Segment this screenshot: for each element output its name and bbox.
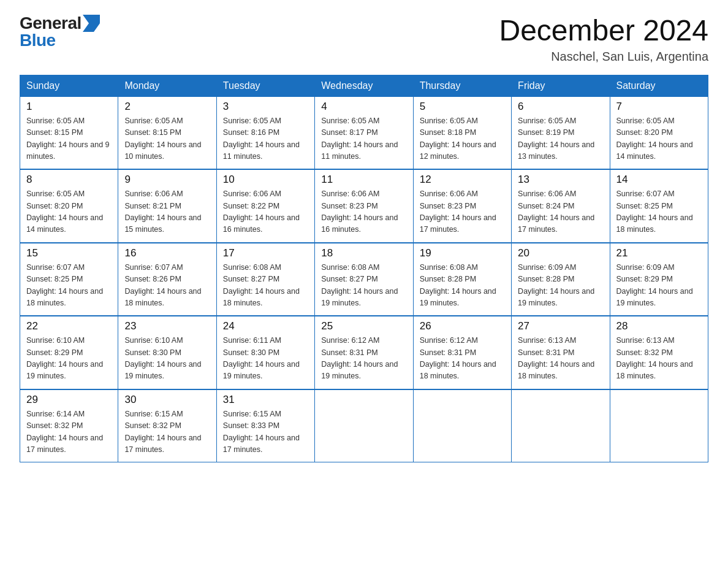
calendar-body: 1 Sunrise: 6:05 AM Sunset: 8:15 PM Dayli… [20,96,708,462]
day-info: Sunrise: 6:05 AM Sunset: 8:20 PM Dayligh… [26,188,112,236]
day-info: Sunrise: 6:12 AM Sunset: 8:31 PM Dayligh… [321,335,406,383]
day-number: 29 [26,394,112,406]
day-number: 25 [321,320,406,332]
day-info: Sunrise: 6:10 AM Sunset: 8:30 PM Dayligh… [124,335,210,383]
calendar-cell: 3 Sunrise: 6:05 AM Sunset: 8:16 PM Dayli… [216,96,314,169]
day-number: 4 [321,101,406,113]
day-info: Sunrise: 6:14 AM Sunset: 8:32 PM Dayligh… [26,408,112,456]
day-number: 14 [616,174,702,186]
day-number: 20 [518,247,603,259]
day-info: Sunrise: 6:05 AM Sunset: 8:15 PM Dayligh… [124,115,210,163]
day-number: 7 [616,101,702,113]
day-info: Sunrise: 6:11 AM Sunset: 8:30 PM Dayligh… [223,335,308,383]
day-number: 2 [124,101,210,113]
calendar-cell: 19 Sunrise: 6:08 AM Sunset: 8:28 PM Dayl… [413,243,511,316]
calendar-cell: 28 Sunrise: 6:13 AM Sunset: 8:32 PM Dayl… [610,316,708,389]
day-info: Sunrise: 6:05 AM Sunset: 8:19 PM Dayligh… [518,115,603,163]
day-info: Sunrise: 6:05 AM Sunset: 8:18 PM Dayligh… [420,115,505,163]
day-info: Sunrise: 6:09 AM Sunset: 8:28 PM Dayligh… [518,262,603,310]
weekday-header-monday: Monday [118,75,216,96]
day-info: Sunrise: 6:05 AM Sunset: 8:20 PM Dayligh… [616,115,702,163]
day-info: Sunrise: 6:07 AM Sunset: 8:25 PM Dayligh… [26,262,112,310]
day-info: Sunrise: 6:06 AM Sunset: 8:24 PM Dayligh… [518,188,603,236]
title-block: December 2024 Naschel, San Luis, Argenti… [499,15,708,64]
calendar-cell: 27 Sunrise: 6:13 AM Sunset: 8:31 PM Dayl… [512,316,610,389]
day-info: Sunrise: 6:07 AM Sunset: 8:26 PM Dayligh… [124,262,210,310]
day-number: 15 [26,247,112,259]
day-info: Sunrise: 6:08 AM Sunset: 8:28 PM Dayligh… [420,262,505,310]
day-info: Sunrise: 6:08 AM Sunset: 8:27 PM Dayligh… [321,262,406,310]
day-number: 24 [223,320,308,332]
day-number: 26 [420,320,505,332]
calendar-cell: 5 Sunrise: 6:05 AM Sunset: 8:18 PM Dayli… [413,96,511,169]
calendar-subtitle: Naschel, San Luis, Argentina [499,50,708,64]
calendar-cell: 14 Sunrise: 6:07 AM Sunset: 8:25 PM Dayl… [610,169,708,243]
calendar-cell: 12 Sunrise: 6:06 AM Sunset: 8:23 PM Dayl… [413,169,511,243]
calendar-cell: 31 Sunrise: 6:15 AM Sunset: 8:33 PM Dayl… [216,389,314,462]
day-number: 8 [26,174,112,186]
calendar-table: SundayMondayTuesdayWednesdayThursdayFrid… [20,75,708,463]
calendar-cell: 21 Sunrise: 6:09 AM Sunset: 8:29 PM Dayl… [610,243,708,316]
day-number: 13 [518,174,603,186]
day-info: Sunrise: 6:05 AM Sunset: 8:15 PM Dayligh… [26,115,112,163]
weekday-header-tuesday: Tuesday [216,75,314,96]
day-info: Sunrise: 6:09 AM Sunset: 8:29 PM Dayligh… [616,262,702,310]
calendar-cell: 18 Sunrise: 6:08 AM Sunset: 8:27 PM Dayl… [315,243,413,316]
calendar-cell: 30 Sunrise: 6:15 AM Sunset: 8:32 PM Dayl… [118,389,216,462]
day-info: Sunrise: 6:15 AM Sunset: 8:32 PM Dayligh… [124,408,210,456]
day-number: 1 [26,101,112,113]
calendar-cell: 2 Sunrise: 6:05 AM Sunset: 8:15 PM Dayli… [118,96,216,169]
day-info: Sunrise: 6:08 AM Sunset: 8:27 PM Dayligh… [223,262,308,310]
calendar-cell: 20 Sunrise: 6:09 AM Sunset: 8:28 PM Dayl… [512,243,610,316]
calendar-cell: 24 Sunrise: 6:11 AM Sunset: 8:30 PM Dayl… [216,316,314,389]
day-info: Sunrise: 6:06 AM Sunset: 8:22 PM Dayligh… [223,188,308,236]
calendar-cell: 9 Sunrise: 6:06 AM Sunset: 8:21 PM Dayli… [118,169,216,243]
calendar-week-row: 15 Sunrise: 6:07 AM Sunset: 8:25 PM Dayl… [20,243,708,316]
day-number: 21 [616,247,702,259]
logo-general-text: General [20,15,82,32]
calendar-cell: 7 Sunrise: 6:05 AM Sunset: 8:20 PM Dayli… [610,96,708,169]
day-info: Sunrise: 6:05 AM Sunset: 8:17 PM Dayligh… [321,115,406,163]
day-number: 23 [124,320,210,332]
calendar-week-row: 22 Sunrise: 6:10 AM Sunset: 8:29 PM Dayl… [20,316,708,389]
day-number: 9 [124,174,210,186]
weekday-header-sunday: Sunday [20,75,118,96]
calendar-cell: 4 Sunrise: 6:05 AM Sunset: 8:17 PM Dayli… [315,96,413,169]
day-info: Sunrise: 6:06 AM Sunset: 8:21 PM Dayligh… [124,188,210,236]
calendar-cell: 23 Sunrise: 6:10 AM Sunset: 8:30 PM Dayl… [118,316,216,389]
calendar-cell: 10 Sunrise: 6:06 AM Sunset: 8:22 PM Dayl… [216,169,314,243]
day-number: 12 [420,174,505,186]
day-info: Sunrise: 6:15 AM Sunset: 8:33 PM Dayligh… [223,408,308,456]
day-number: 11 [321,174,406,186]
day-number: 30 [124,394,210,406]
calendar-cell: 22 Sunrise: 6:10 AM Sunset: 8:29 PM Dayl… [20,316,118,389]
day-number: 18 [321,247,406,259]
logo-blue-text: Blue [20,32,100,49]
day-info: Sunrise: 6:10 AM Sunset: 8:29 PM Dayligh… [26,335,112,383]
calendar-cell [413,389,511,462]
calendar-cell: 6 Sunrise: 6:05 AM Sunset: 8:19 PM Dayli… [512,96,610,169]
day-number: 3 [223,101,308,113]
calendar-cell: 15 Sunrise: 6:07 AM Sunset: 8:25 PM Dayl… [20,243,118,316]
calendar-header-row: SundayMondayTuesdayWednesdayThursdayFrid… [20,75,708,96]
calendar-cell: 25 Sunrise: 6:12 AM Sunset: 8:31 PM Dayl… [315,316,413,389]
calendar-week-row: 8 Sunrise: 6:05 AM Sunset: 8:20 PM Dayli… [20,169,708,243]
weekday-header-saturday: Saturday [610,75,708,96]
page-header: General Blue December 2024 Naschel, San … [20,15,708,64]
calendar-cell: 29 Sunrise: 6:14 AM Sunset: 8:32 PM Dayl… [20,389,118,462]
day-number: 28 [616,320,702,332]
calendar-cell: 16 Sunrise: 6:07 AM Sunset: 8:26 PM Dayl… [118,243,216,316]
calendar-cell: 11 Sunrise: 6:06 AM Sunset: 8:23 PM Dayl… [315,169,413,243]
day-number: 16 [124,247,210,259]
calendar-cell: 1 Sunrise: 6:05 AM Sunset: 8:15 PM Dayli… [20,96,118,169]
logo: General Blue [20,15,100,49]
calendar-cell [512,389,610,462]
day-info: Sunrise: 6:05 AM Sunset: 8:16 PM Dayligh… [223,115,308,163]
day-info: Sunrise: 6:07 AM Sunset: 8:25 PM Dayligh… [616,188,702,236]
logo-icon [83,15,100,32]
weekday-header-thursday: Thursday [413,75,511,96]
weekday-header-wednesday: Wednesday [315,75,413,96]
day-number: 6 [518,101,603,113]
day-number: 22 [26,320,112,332]
day-number: 17 [223,247,308,259]
